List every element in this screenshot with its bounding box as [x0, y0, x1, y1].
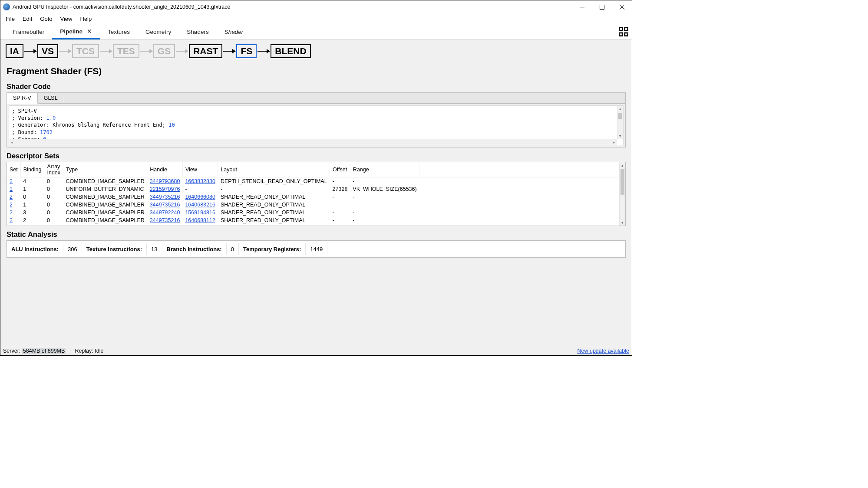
- scroll-thumb[interactable]: [620, 169, 624, 195]
- view-link[interactable]: 1640683216: [185, 202, 215, 208]
- vertical-scrollbar[interactable]: ▴ ▾: [619, 162, 625, 226]
- view-link[interactable]: 1663832880: [185, 178, 215, 184]
- tab-framebuffer[interactable]: Framebuffer: [5, 24, 52, 39]
- tab-textures[interactable]: Textures: [100, 24, 138, 39]
- tab-label: Shader: [224, 29, 244, 35]
- scroll-left-icon[interactable]: ◂: [11, 140, 13, 144]
- menu-file[interactable]: File: [2, 15, 18, 23]
- cell-index: 0: [44, 177, 63, 186]
- svg-rect-1: [600, 5, 604, 9]
- section-title: Static Analysis: [7, 230, 626, 239]
- stage-tes[interactable]: TES: [113, 44, 139, 58]
- stat-value: 306: [63, 243, 82, 255]
- vertical-scrollbar[interactable]: ▴ ▾: [617, 106, 623, 139]
- menu-goto[interactable]: Goto: [36, 15, 56, 23]
- scroll-up-icon[interactable]: ▴: [617, 106, 623, 112]
- code-tab-glsl[interactable]: GLSL: [38, 93, 64, 103]
- cell-binding: 1: [20, 201, 44, 209]
- stage-gs[interactable]: GS: [153, 44, 175, 58]
- menu-view[interactable]: View: [57, 15, 76, 23]
- shader-code-section: Shader Code SPIR-V GLSL ; SPIR-V ; Versi…: [0, 82, 632, 147]
- col-set[interactable]: Set: [7, 162, 20, 177]
- stage-tcs[interactable]: TCS: [72, 44, 99, 58]
- server-label: Server:: [3, 348, 20, 354]
- horizontal-scrollbar[interactable]: ◂▸: [9, 139, 617, 145]
- code-area[interactable]: ; SPIR-V ; Version: 1.0 ; Generator: Khr…: [9, 105, 624, 145]
- tab-shaders[interactable]: Shaders: [179, 24, 216, 39]
- scroll-thumb[interactable]: [618, 113, 622, 119]
- menu-edit[interactable]: Edit: [19, 15, 36, 23]
- tab-label: Framebuffer: [13, 29, 44, 35]
- cell-index: 0: [44, 185, 63, 193]
- arrow-icon: [257, 51, 270, 52]
- server-value: 584MB of 899MB: [22, 348, 66, 354]
- view-link[interactable]: 1640666080: [185, 194, 215, 200]
- stage-ia[interactable]: IA: [6, 44, 23, 58]
- col-range[interactable]: Range: [350, 162, 419, 177]
- static-grid: ALU Instructions: 306 Texture Instructio…: [7, 243, 327, 255]
- stage-vs[interactable]: VS: [37, 44, 58, 58]
- arrow-icon: [223, 51, 235, 52]
- stage-rast[interactable]: RAST: [189, 44, 222, 58]
- col-array-index[interactable]: Array Index: [44, 162, 63, 177]
- close-icon[interactable]: ✕: [87, 28, 92, 35]
- window-title: Android GPU Inspector - com.activision.c…: [13, 4, 230, 10]
- col-spacer: [419, 162, 619, 177]
- set-link[interactable]: 2: [10, 210, 13, 216]
- col-layout[interactable]: Layout: [218, 162, 330, 177]
- cell-index: 0: [44, 216, 63, 224]
- stage-fs[interactable]: FS: [236, 44, 257, 58]
- scroll-right-icon[interactable]: ▸: [613, 140, 615, 144]
- tab-pipeline[interactable]: Pipeline✕: [52, 24, 100, 39]
- handle-link[interactable]: 2215970976: [150, 186, 180, 192]
- descriptor-table-wrap: Set Binding Array Index Type Handle View…: [7, 162, 626, 226]
- col-offset[interactable]: Offset: [330, 162, 350, 177]
- cell-offset: -: [330, 177, 350, 186]
- cell-index: 0: [44, 193, 63, 201]
- cell-offset: -: [330, 201, 350, 209]
- minimize-button[interactable]: [572, 0, 592, 13]
- exit-fullscreen-icon[interactable]: [619, 27, 628, 36]
- cell-view: -: [182, 185, 218, 193]
- set-link[interactable]: 2: [10, 178, 13, 184]
- scroll-up-icon[interactable]: ▴: [620, 162, 625, 168]
- col-view[interactable]: View: [182, 162, 218, 177]
- cell-view: 1640666080: [182, 193, 218, 201]
- cell-binding: 0: [20, 193, 44, 201]
- set-link[interactable]: 2: [10, 194, 13, 200]
- update-link[interactable]: New update available: [577, 348, 629, 354]
- col-binding[interactable]: Binding: [20, 162, 44, 177]
- arrow-icon: [24, 51, 36, 52]
- cell-binding: 2: [20, 216, 44, 224]
- cell-view: 1663832880: [182, 177, 218, 186]
- col-handle[interactable]: Handle: [147, 162, 183, 177]
- set-link[interactable]: 2: [10, 217, 13, 223]
- tab-shader[interactable]: Shader: [217, 24, 251, 39]
- stage-blend[interactable]: BLEND: [271, 44, 310, 58]
- menu-help[interactable]: Help: [77, 15, 96, 23]
- view-link[interactable]: 1569194816: [185, 210, 215, 216]
- code-tab-spirv[interactable]: SPIR-V: [7, 93, 38, 104]
- shader-code-box: SPIR-V GLSL ; SPIR-V ; Version: 1.0 ; Ge…: [7, 92, 626, 147]
- table-header-row: Set Binding Array Index Type Handle View…: [7, 162, 619, 177]
- close-button[interactable]: [612, 0, 632, 13]
- handle-link[interactable]: 3449735216: [150, 194, 180, 200]
- app-icon: [3, 3, 10, 10]
- view-link[interactable]: 1640688112: [185, 217, 215, 223]
- table-row: 230COMBINED_IMAGE_SAMPLER344979224015691…: [7, 209, 619, 216]
- handle-link[interactable]: 3449793680: [150, 178, 180, 184]
- handle-link[interactable]: 3449735216: [150, 202, 180, 208]
- handle-link[interactable]: 3449792240: [150, 210, 180, 216]
- titlebar: Android GPU Inspector - com.activision.c…: [0, 0, 632, 13]
- scroll-down-icon[interactable]: ▾: [617, 133, 623, 139]
- set-link[interactable]: 1: [10, 186, 13, 192]
- cell-view: 1640688112: [182, 216, 218, 224]
- maximize-button[interactable]: [592, 0, 612, 13]
- set-link[interactable]: 2: [10, 202, 13, 208]
- descriptor-table: Set Binding Array Index Type Handle View…: [7, 162, 619, 224]
- col-type[interactable]: Type: [63, 162, 147, 177]
- handle-link[interactable]: 3449735216: [150, 217, 180, 223]
- stat-label: Branch Instructions:: [162, 243, 227, 255]
- scroll-down-icon[interactable]: ▾: [620, 219, 625, 226]
- tab-geometry[interactable]: Geometry: [138, 24, 179, 39]
